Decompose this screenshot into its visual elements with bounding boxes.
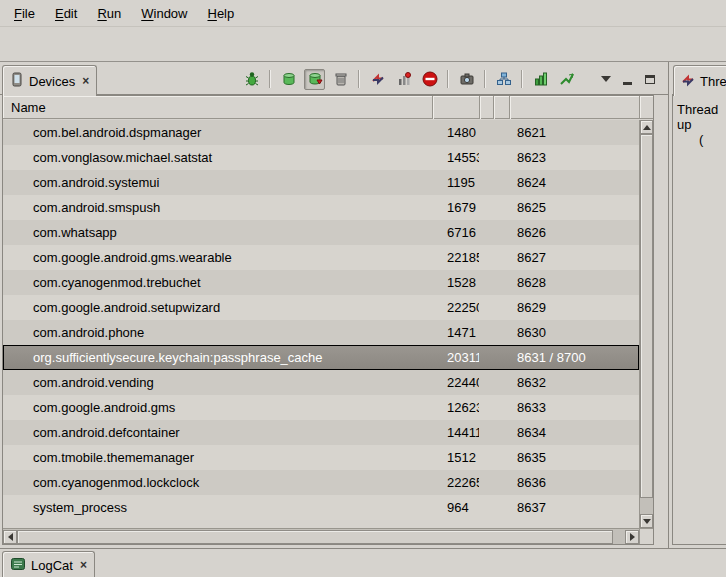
- cell-port: 8626: [509, 225, 639, 240]
- cell-name: com.bel.android.dspmanager: [3, 125, 432, 140]
- cell-pid: 1195: [432, 175, 479, 190]
- system-info-icon[interactable]: [530, 69, 551, 90]
- column-header-name[interactable]: Name: [3, 96, 639, 119]
- menu-help[interactable]: Help: [197, 3, 244, 24]
- logcat-icon: [10, 556, 26, 575]
- stop-process-icon[interactable]: [419, 69, 440, 90]
- tab-devices[interactable]: Devices ×: [2, 65, 97, 96]
- update-heap-icon[interactable]: [278, 69, 299, 90]
- minimize-icon[interactable]: [619, 69, 636, 90]
- scrollbar-corner: [639, 96, 653, 119]
- menu-run[interactable]: Run: [87, 3, 131, 24]
- horizontal-scrollbar[interactable]: [3, 528, 639, 544]
- cell-port: 8637: [509, 500, 639, 515]
- cell-port: 8629: [509, 300, 639, 315]
- menu-file[interactable]: File: [4, 3, 45, 24]
- threads-icon: [681, 73, 695, 90]
- toolbar-strip: [0, 27, 726, 62]
- table-header[interactable]: Name: [3, 96, 639, 119]
- cell-pid: 1512: [432, 450, 479, 465]
- scroll-left-button[interactable]: [3, 530, 17, 544]
- table-row[interactable]: com.whatsapp 6716 8626: [3, 220, 639, 245]
- cell-name: com.google.android.gms: [3, 400, 432, 415]
- view-menu-icon[interactable]: [597, 69, 614, 90]
- column-divider[interactable]: [479, 96, 480, 119]
- close-icon[interactable]: ×: [80, 558, 87, 572]
- toolbar-separator: [358, 70, 360, 88]
- table-row[interactable]: com.cyanogenmod.trebuchet 1528 8628: [3, 270, 639, 295]
- toolbar-separator: [521, 70, 523, 88]
- start-method-profiling-icon[interactable]: [393, 69, 414, 90]
- tab-logcat[interactable]: LogCat ×: [2, 551, 95, 577]
- table-row[interactable]: com.android.defcontainer 14411 8634: [3, 420, 639, 445]
- update-threads-icon[interactable]: [367, 69, 388, 90]
- cell-pid: 1528: [432, 275, 479, 290]
- table-row[interactable]: com.android.phone 1471 8630: [3, 320, 639, 345]
- dump-hprof-icon[interactable]: [304, 69, 325, 90]
- cell-port: 8636: [509, 475, 639, 490]
- scroll-right-button[interactable]: [625, 530, 639, 544]
- cell-name: com.android.smspush: [3, 200, 432, 215]
- cell-port: 8631 / 8700: [509, 350, 639, 365]
- table-row[interactable]: com.google.android.setupwizard 22250 862…: [3, 295, 639, 320]
- tab-threads[interactable]: Threads: [673, 65, 726, 96]
- toolbar-separator: [269, 70, 271, 88]
- vertical-scrollbar[interactable]: [639, 120, 653, 528]
- vertical-scroll-thumb[interactable]: [640, 134, 653, 498]
- table-row[interactable]: com.vonglasow.michael.satstat 14553 8623: [3, 145, 639, 170]
- cell-name: com.vonglasow.michael.satstat: [3, 150, 432, 165]
- table-row[interactable]: com.tmobile.thememanager 1512 8635: [3, 445, 639, 470]
- column-divider[interactable]: [493, 96, 494, 119]
- screen-capture-icon[interactable]: [456, 69, 477, 90]
- cell-port: 8634: [509, 425, 639, 440]
- table-row[interactable]: com.android.systemui 1195 8624: [3, 170, 639, 195]
- horizontal-scroll-thumb[interactable]: [17, 530, 613, 544]
- scroll-up-button[interactable]: [640, 120, 653, 134]
- dump-view-hierarchy-icon[interactable]: [493, 69, 514, 90]
- cell-name: com.android.phone: [3, 325, 432, 340]
- close-icon[interactable]: ×: [82, 74, 89, 88]
- device-table-body: com.bel.android.dspmanager 1480 8621 com…: [3, 120, 639, 528]
- cell-pid: 12623: [432, 400, 479, 415]
- table-row[interactable]: org.sufficientlysecure.keychain:passphra…: [3, 345, 639, 370]
- column-divider[interactable]: [432, 96, 433, 119]
- cell-pid: 1679: [432, 200, 479, 215]
- cell-port: 8628: [509, 275, 639, 290]
- cause-gc-icon[interactable]: [330, 69, 351, 90]
- cell-port: 8632: [509, 375, 639, 390]
- cell-name: com.android.defcontainer: [3, 425, 432, 440]
- network-stats-icon[interactable]: [556, 69, 577, 90]
- table-row[interactable]: com.google.android.gms.wearable 22185 86…: [3, 245, 639, 270]
- debug-process-icon[interactable]: [241, 69, 262, 90]
- table-row[interactable]: com.cyanogenmod.lockclock 22265 8636: [3, 470, 639, 495]
- toolbar-separator: [484, 70, 486, 88]
- cell-name: com.whatsapp: [3, 225, 432, 240]
- maximize-icon[interactable]: [641, 69, 658, 90]
- column-divider[interactable]: [509, 96, 510, 119]
- cell-pid: 964: [432, 500, 479, 515]
- menu-window[interactable]: Window: [131, 3, 197, 24]
- cell-pid: 20311: [432, 350, 479, 365]
- menu-edit[interactable]: Edit: [45, 3, 87, 24]
- cell-name: com.cyanogenmod.trebuchet: [3, 275, 432, 290]
- cell-name: com.android.systemui: [3, 175, 432, 190]
- cell-pid: 22265: [432, 475, 479, 490]
- cell-name: com.android.vending: [3, 375, 432, 390]
- table-row[interactable]: com.google.android.gms 12623 8633: [3, 395, 639, 420]
- scroll-down-button[interactable]: [640, 514, 653, 528]
- cell-pid: 1480: [432, 125, 479, 140]
- cell-name: com.tmobile.thememanager: [3, 450, 432, 465]
- table-row[interactable]: system_process 964 8637: [3, 495, 639, 520]
- table-row[interactable]: com.bel.android.dspmanager 1480 8621: [3, 120, 639, 145]
- threads-panel: Threads Thread up (: [672, 62, 726, 548]
- devices-panel: Devices ×: [0, 62, 668, 548]
- scrollbar-corner: [639, 528, 653, 544]
- threads-tabrow: Threads: [672, 62, 726, 95]
- tab-devices-label: Devices: [29, 74, 75, 89]
- threads-message-line1: Thread up: [677, 102, 726, 132]
- logcat-bar: LogCat ×: [0, 548, 726, 577]
- cell-pid: 22250: [432, 300, 479, 315]
- table-row[interactable]: com.android.vending 22440 8632: [3, 370, 639, 395]
- table-row[interactable]: com.android.smspush 1679 8625: [3, 195, 639, 220]
- devices-toolbar: [241, 67, 658, 91]
